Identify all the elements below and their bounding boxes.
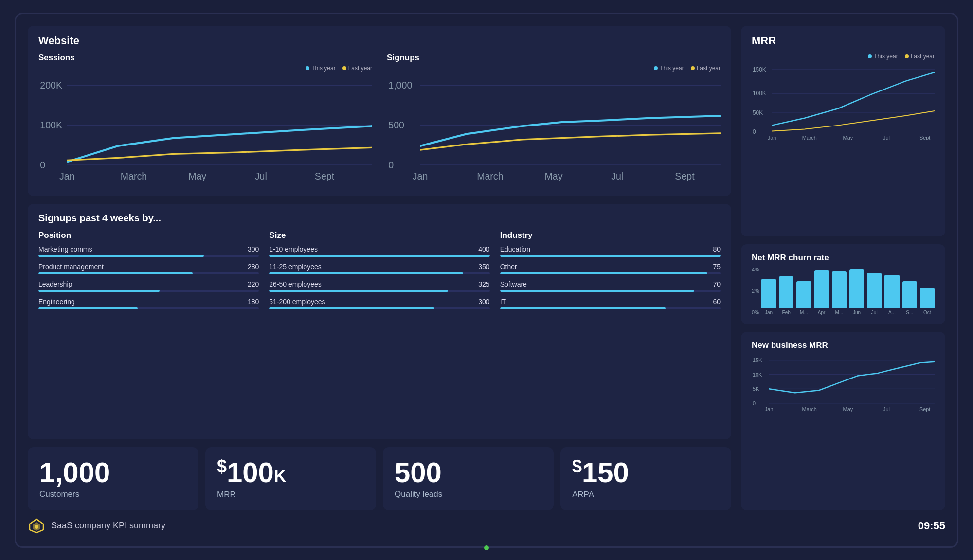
stat-customers: 1,000 Customers bbox=[28, 447, 198, 510]
churn-bar-chart: Jan Feb M... bbox=[761, 267, 935, 315]
churn-x-apr: Apr bbox=[818, 310, 826, 315]
stat-arpa: $150 ARPA bbox=[560, 447, 731, 510]
position-bar-0 bbox=[38, 255, 204, 257]
churn-bar-aug: A... bbox=[884, 275, 899, 315]
footer-time: 09:55 bbox=[918, 520, 945, 532]
size-row-2: 26-50 employees325 bbox=[269, 280, 489, 292]
stat-leads: 500 Quality leads bbox=[383, 447, 554, 510]
svg-text:March: March bbox=[477, 170, 503, 181]
position-label-1: Product management bbox=[38, 263, 104, 271]
churn-bar-jul: Jul bbox=[867, 273, 882, 315]
size-row-1: 11-25 employees350 bbox=[269, 263, 489, 274]
churn-y-labels: 4% 2% 0% bbox=[752, 267, 759, 315]
svg-text:500: 500 bbox=[388, 120, 404, 130]
churn-bar-feb: Feb bbox=[779, 276, 793, 315]
svg-text:Jul: Jul bbox=[883, 406, 890, 412]
sessions-last-year-label: Last year bbox=[348, 65, 372, 72]
mrr-legend: This year Last year bbox=[752, 53, 935, 60]
position-val-1: 280 bbox=[248, 263, 259, 271]
position-bar-2 bbox=[38, 290, 160, 292]
churn-x-may: M... bbox=[835, 310, 843, 315]
svg-text:150K: 150K bbox=[753, 66, 766, 72]
position-label-2: Leadership bbox=[38, 280, 72, 288]
churn-bar-mar-block bbox=[796, 281, 811, 308]
mrr-card: MRR This year Last year 150K 100K 50K 0 bbox=[741, 26, 945, 236]
charts-row: Sessions This year Last year bbox=[38, 53, 721, 188]
mrr-last-year-label: Last year bbox=[911, 53, 935, 60]
signups-last-year-legend: Last year bbox=[691, 65, 721, 72]
industry-col: Industry Education80 Other75 Software70 bbox=[500, 231, 721, 315]
size-bar-3 bbox=[269, 307, 434, 309]
stat-customers-value: 1,000 bbox=[39, 458, 187, 487]
stats-row: 1,000 Customers $100K MRR 500 Quality le… bbox=[28, 447, 731, 510]
screen-indicator-dot bbox=[484, 545, 489, 550]
churn-bar-may-block bbox=[832, 271, 847, 308]
position-val-2: 220 bbox=[248, 280, 259, 288]
churn-x-oct: Oct bbox=[923, 310, 931, 315]
industry-label-3: IT bbox=[500, 298, 506, 306]
svg-text:0: 0 bbox=[753, 400, 756, 406]
position-col: Position Marketing comms300 Product mana… bbox=[38, 231, 259, 315]
size-row-3: 51-200 employees300 bbox=[269, 298, 489, 309]
industry-val-1: 75 bbox=[713, 263, 721, 271]
website-title: Website bbox=[38, 35, 721, 47]
size-val-1: 350 bbox=[478, 263, 489, 271]
churn-bar-mar: M... bbox=[796, 281, 811, 315]
size-label-3: 51-200 employees bbox=[269, 298, 325, 306]
new-mrr-svg: 15K 10K 5K 0 Jan March May Jul Sept bbox=[752, 354, 935, 417]
mrr-this-year-dot bbox=[868, 54, 872, 58]
svg-text:May: May bbox=[188, 170, 206, 181]
churn-x-sep: S... bbox=[906, 310, 913, 315]
signups-svg-wrap: 1,000 500 0 Jan M bbox=[387, 74, 721, 188]
svg-text:100K: 100K bbox=[753, 90, 766, 97]
svg-text:0: 0 bbox=[40, 159, 45, 170]
svg-text:Jul: Jul bbox=[611, 170, 623, 181]
svg-text:March: March bbox=[121, 170, 147, 181]
svg-text:Jul: Jul bbox=[255, 170, 267, 181]
signups-4weeks-title: Signups past 4 weeks by... bbox=[38, 213, 721, 224]
churn-bar-jun: Jun bbox=[849, 269, 864, 315]
stat-leads-label: Quality leads bbox=[395, 489, 542, 499]
signups-legend: This year Last year bbox=[387, 65, 721, 72]
churn-x-aug: A... bbox=[888, 310, 896, 315]
churn-x-mar: M... bbox=[800, 310, 808, 315]
churn-bar-sep: S... bbox=[902, 281, 917, 315]
industry-bar-1 bbox=[500, 272, 707, 274]
size-label-2: 26-50 employees bbox=[269, 280, 321, 288]
signups-columns: Position Marketing comms300 Product mana… bbox=[38, 231, 721, 315]
footer-left: SaaS company KPI summary bbox=[28, 517, 165, 535]
svg-text:0: 0 bbox=[388, 159, 394, 170]
col-divider-1 bbox=[264, 231, 264, 315]
churn-y-0: 0% bbox=[752, 309, 759, 315]
churn-x-jan: Jan bbox=[765, 310, 773, 315]
svg-text:Jan: Jan bbox=[765, 406, 774, 412]
churn-bar-aug-block bbox=[884, 275, 899, 308]
position-val-0: 300 bbox=[248, 245, 259, 253]
size-row-0: 1-10 employees400 bbox=[269, 245, 489, 257]
stat-mrr-label: MRR bbox=[217, 490, 364, 500]
churn-bar-jan: Jan bbox=[761, 279, 776, 315]
website-card: Website Sessions This year Last y bbox=[28, 26, 731, 197]
position-row-0: Marketing comms300 bbox=[38, 245, 259, 257]
svg-point-50 bbox=[35, 525, 38, 529]
churn-bar-oct-block bbox=[920, 288, 935, 308]
svg-text:200K: 200K bbox=[40, 80, 62, 90]
svg-text:1,000: 1,000 bbox=[388, 80, 412, 90]
svg-text:Sept: Sept bbox=[315, 170, 335, 181]
signups-this-year-label: This year bbox=[660, 65, 684, 72]
sessions-this-year-label: This year bbox=[311, 65, 335, 72]
signups-this-year-legend: This year bbox=[654, 65, 684, 72]
churn-y-4: 4% bbox=[752, 267, 759, 272]
stat-mrr: $100K MRR bbox=[205, 447, 376, 510]
svg-text:May: May bbox=[843, 406, 853, 412]
mrr-this-year-label: This year bbox=[874, 53, 898, 60]
signups-chart: Signups This year Last year bbox=[387, 53, 721, 188]
industry-row-1: Other75 bbox=[500, 263, 721, 274]
position-row-1: Product management280 bbox=[38, 263, 259, 274]
stat-customers-label: Customers bbox=[39, 489, 187, 499]
sessions-last-year-legend: Last year bbox=[342, 65, 372, 72]
svg-text:Jan: Jan bbox=[413, 170, 428, 181]
sessions-label: Sessions bbox=[38, 53, 372, 63]
size-col: Size 1-10 employees400 11-25 employees35… bbox=[269, 231, 489, 315]
industry-header: Industry bbox=[500, 231, 721, 240]
